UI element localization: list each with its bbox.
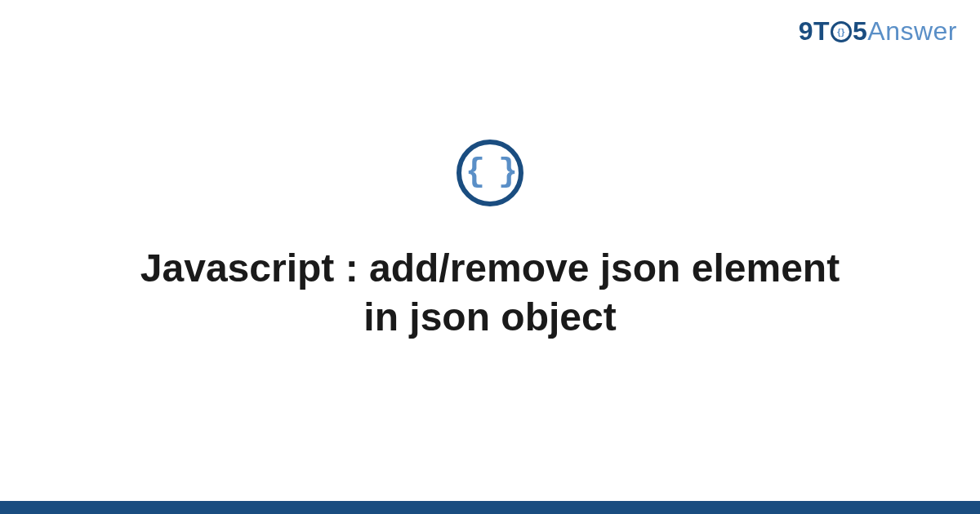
footer-accent-bar xyxy=(0,501,980,514)
page-title: Javascript : add/remove json element in … xyxy=(122,244,858,342)
main-content: { } Javascript : add/remove json element… xyxy=(0,0,980,514)
topic-icon-circle: { } xyxy=(457,140,523,206)
json-braces-icon: { } xyxy=(466,157,514,189)
